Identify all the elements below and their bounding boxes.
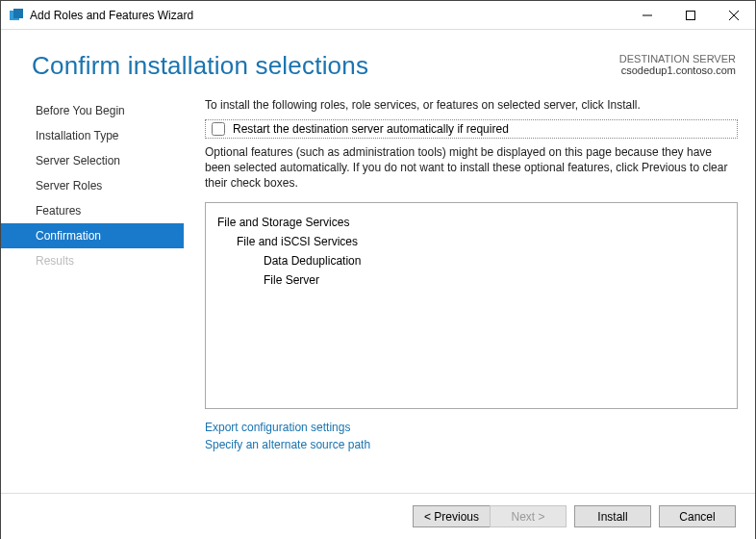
selection-tree: File and Storage ServicesFile and iSCSI …	[205, 202, 738, 409]
restart-option-row: Restart the destination server automatic…	[205, 119, 738, 139]
destination-label: DESTINATION SERVER	[619, 53, 736, 64]
svg-rect-3	[686, 11, 694, 19]
page-title: Confirm installation selections	[32, 51, 368, 81]
restart-label: Restart the destination server automatic…	[233, 122, 509, 136]
tree-item: File and iSCSI Services	[217, 232, 725, 251]
alt-source-link[interactable]: Specify an alternate source path	[205, 436, 738, 453]
intro-text: To install the following roles, role ser…	[205, 98, 738, 112]
app-icon	[9, 8, 24, 23]
titlebar: Add Roles and Features Wizard	[1, 1, 755, 30]
wizard-nav: Before You BeginInstallation TypeServer …	[1, 90, 184, 490]
maximize-button[interactable]	[668, 1, 712, 29]
nav-item-server-selection[interactable]: Server Selection	[1, 148, 184, 173]
destination-info: DESTINATION SERVER csodedup1.contoso.com	[619, 51, 736, 76]
cancel-button[interactable]: Cancel	[659, 505, 736, 527]
tree-item: File Server	[217, 270, 725, 290]
window-title: Add Roles and Features Wizard	[30, 9, 625, 22]
nav-item-installation-type[interactable]: Installation Type	[1, 123, 184, 148]
nav-item-features[interactable]: Features	[1, 198, 184, 223]
optional-features-text: Optional features (such as administratio…	[205, 144, 738, 191]
minimize-button[interactable]	[625, 1, 668, 29]
next-button: Next >	[490, 505, 567, 527]
nav-item-before-you-begin[interactable]: Before You Begin	[1, 98, 184, 123]
content-pane: To install the following roles, role ser…	[184, 90, 738, 490]
tree-item: Data Deduplication	[217, 251, 725, 270]
destination-name: csodedup1.contoso.com	[619, 64, 736, 76]
previous-button[interactable]: < Previous	[413, 505, 490, 527]
links-area: Export configuration settings Specify an…	[205, 419, 738, 453]
tree-item: File and Storage Services	[217, 213, 725, 232]
nav-item-confirmation[interactable]: Confirmation	[1, 223, 184, 248]
install-button[interactable]: Install	[574, 505, 651, 527]
restart-checkbox[interactable]	[212, 122, 225, 136]
footer: < Previous Next > Install Cancel	[1, 493, 755, 539]
export-config-link[interactable]: Export configuration settings	[205, 419, 738, 436]
nav-item-server-roles[interactable]: Server Roles	[1, 173, 184, 198]
nav-item-results: Results	[1, 248, 184, 273]
svg-rect-1	[13, 9, 23, 18]
nav-button-group: < Previous Next >	[413, 505, 567, 527]
close-button[interactable]	[712, 1, 755, 29]
header: Confirm installation selections DESTINAT…	[1, 30, 755, 90]
